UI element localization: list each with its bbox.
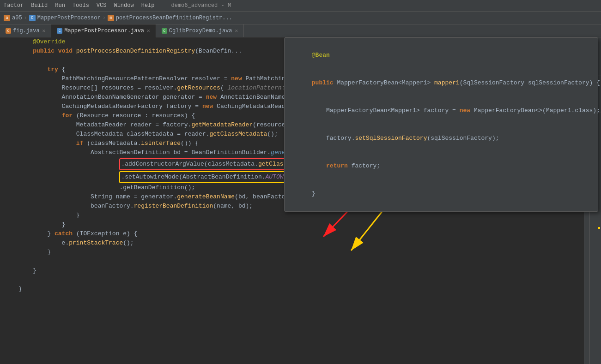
breadcrumb-method[interactable]: m postProcessBeanDefinitionRegistr... <box>108 15 232 21</box>
menu-build[interactable]: Build <box>31 2 48 9</box>
breadcrumb-bar: a a05 › C MapperPostProcessor › m postPr… <box>0 12 601 24</box>
tab-close-mapper[interactable]: ✕ <box>147 28 150 34</box>
tab-close-fig[interactable]: ✕ <box>42 28 46 34</box>
editor-area: @Bean public MapperFactoryBean<Mapper1> … <box>0 37 601 364</box>
menu-help[interactable]: Help <box>141 2 155 9</box>
tab-icon-cglib: C <box>162 28 167 34</box>
tab-mapper-post-processor[interactable]: C MapperPostProcessor.java ✕ <box>51 24 156 37</box>
code-line-close-method: } <box>0 266 584 275</box>
code-line-catch: } catch (IOException e) { <box>0 229 584 239</box>
bc-icon-a05: a <box>4 15 10 21</box>
menu-window[interactable]: Window <box>114 2 134 9</box>
code-line-blank3 <box>0 275 584 285</box>
code-line-print-stack: e.printStackTrace(); <box>0 239 584 248</box>
breadcrumb-a05[interactable]: a a05 <box>4 15 22 21</box>
tab-icon-fig: C <box>6 28 11 34</box>
code-line-close-catch: } <box>0 248 584 257</box>
tab-fig-java[interactable]: C fig.java ✕ <box>0 24 51 37</box>
code-line-close-class: } <box>0 285 584 294</box>
code-line-close-if: } <box>0 211 584 220</box>
bc-sep-2: › <box>103 15 106 21</box>
yellow-indicator <box>598 227 600 229</box>
tab-icon-mapper: C <box>57 28 62 34</box>
menu-run[interactable]: Run <box>55 2 65 9</box>
code-line-blank2 <box>0 257 584 266</box>
menu-vcs[interactable]: VCS <box>97 2 107 9</box>
tab-close-cglib[interactable]: ✕ <box>235 28 238 34</box>
tooltip-popup: @Bean public MapperFactoryBean<Mapper1> … <box>284 37 598 212</box>
tabs-bar: C fig.java ✕ C MapperPostProcessor.java … <box>0 24 601 37</box>
menu-tools[interactable]: Tools <box>73 2 89 9</box>
tooltip-line-1: public MapperFactoryBean<Mapper1> mapper… <box>290 69 592 97</box>
tooltip-line-4: return factory; <box>290 152 592 180</box>
menu-bar: factor Build Run Tools VCS Window Help d… <box>0 0 601 12</box>
breadcrumb-class[interactable]: C MapperPostProcessor <box>29 15 101 21</box>
code-line-close-for: } <box>0 220 584 229</box>
bc-icon-class: C <box>29 15 36 21</box>
tooltip-line-3: factory.setSqlSessionFactory(sqlSessionF… <box>290 125 592 152</box>
bc-icon-method: m <box>108 15 114 21</box>
tab-cglib-proxy-demo[interactable]: C CglibProxyDemo.java ✕ <box>156 24 244 37</box>
bc-sep-1: › <box>24 15 27 21</box>
tooltip-annotation: @Bean <box>290 42 592 69</box>
menu-factor[interactable]: factor <box>4 2 24 9</box>
tooltip-line-2: MapperFactoryBean<Mapper1> factory = new… <box>290 97 592 125</box>
project-title: demo6_advanced - M <box>171 2 231 9</box>
tooltip-line-5: } <box>290 180 592 208</box>
